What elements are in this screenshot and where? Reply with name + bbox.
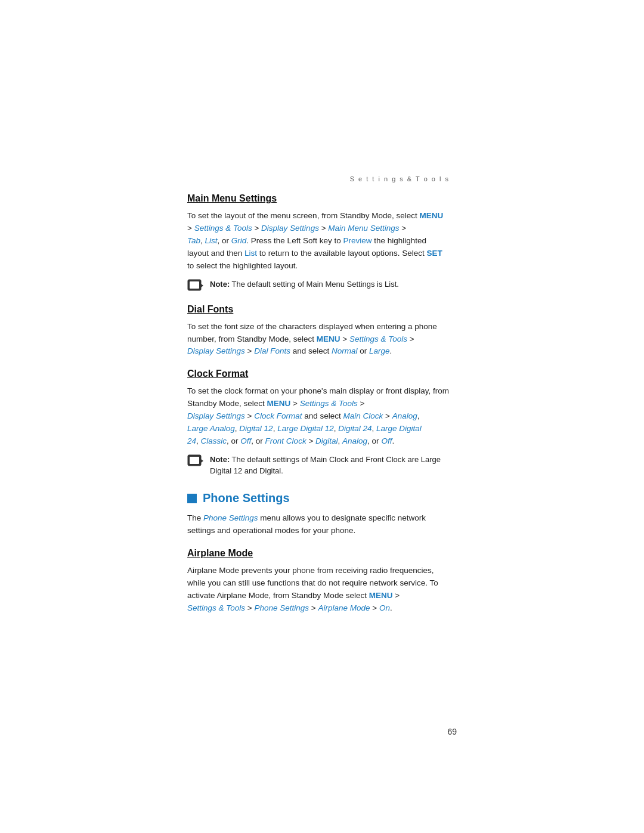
text-static: > bbox=[245, 346, 254, 355]
settings-tools-link-3[interactable]: Settings & Tools bbox=[300, 399, 358, 408]
note-icon-2 bbox=[187, 454, 204, 469]
text-static: > bbox=[309, 603, 318, 612]
digital12-link[interactable]: Digital 12 bbox=[239, 424, 273, 433]
phone-settings-link-2[interactable]: Phone Settings bbox=[254, 603, 309, 612]
off-link-2[interactable]: Off bbox=[381, 436, 392, 445]
main-menu-note-text: Note: The default setting of Main Menu S… bbox=[210, 278, 399, 290]
text-static: and select bbox=[302, 411, 343, 420]
text-static: , bbox=[417, 411, 420, 420]
dial-fonts-title: Dial Fonts bbox=[187, 304, 450, 315]
large-digital12-link[interactable]: Large Digital 12 bbox=[277, 424, 334, 433]
text-static: . bbox=[392, 436, 394, 445]
page-number: 69 bbox=[447, 727, 457, 736]
svg-rect-1 bbox=[190, 281, 199, 289]
airplane-mode-section: Airplane Mode Airplane Mode prevents you… bbox=[187, 548, 450, 615]
settings-tools-link-4[interactable]: Settings & Tools bbox=[187, 603, 245, 612]
display-settings-link-1[interactable]: Display Settings bbox=[261, 224, 319, 233]
text-static: > bbox=[187, 224, 194, 233]
phone-settings-body: The Phone Settings menu allows you to de… bbox=[187, 512, 450, 537]
dial-fonts-section: Dial Fonts To set the font size of the c… bbox=[187, 304, 450, 358]
text-static: To set the layout of the menu screen, fr… bbox=[187, 211, 419, 220]
text-static: > bbox=[370, 603, 379, 612]
svg-rect-4 bbox=[190, 457, 199, 464]
content-area: S e t t i n g s & T o o l s Main Menu Se… bbox=[187, 175, 450, 625]
clock-format-title: Clock Format bbox=[187, 368, 450, 379]
menu-link-3[interactable]: MENU bbox=[267, 399, 291, 408]
display-settings-link-2[interactable]: Display Settings bbox=[187, 346, 245, 355]
text-static: > bbox=[252, 224, 261, 233]
svg-marker-5 bbox=[201, 459, 203, 463]
text-static: , bbox=[200, 236, 205, 245]
large-link[interactable]: Large bbox=[369, 346, 390, 355]
text-static: . Press the Left Soft key to bbox=[246, 236, 343, 245]
tab-link[interactable]: Tab bbox=[187, 236, 200, 245]
digital-link[interactable]: Digital bbox=[315, 436, 338, 445]
text-static: > bbox=[319, 224, 328, 233]
text-static: , or bbox=[218, 236, 231, 245]
svg-marker-2 bbox=[201, 284, 203, 287]
main-clock-link[interactable]: Main Clock bbox=[343, 411, 383, 420]
text-static: > bbox=[245, 411, 254, 420]
list-link-1[interactable]: List bbox=[205, 236, 218, 245]
front-clock-link[interactable]: Front Clock bbox=[265, 436, 306, 445]
blue-square-icon bbox=[187, 494, 197, 503]
clock-format-section: Clock Format To set the clock format on … bbox=[187, 368, 450, 477]
main-menu-settings-title: Main Menu Settings bbox=[187, 193, 450, 204]
text-static: to select the highlighted layout. bbox=[187, 261, 298, 270]
text-static: and select bbox=[290, 346, 332, 355]
grid-link[interactable]: Grid bbox=[231, 236, 247, 245]
text-static: > bbox=[358, 399, 365, 408]
text-static: to return to the available layout option… bbox=[257, 249, 426, 258]
clock-format-note-box: Note: The default settings of Main Clock… bbox=[187, 454, 450, 477]
text-static: The bbox=[187, 513, 203, 522]
text-static: Airplane Mode prevents your phone from r… bbox=[187, 566, 438, 600]
dial-fonts-body: To set the font size of the characters d… bbox=[187, 321, 450, 358]
classic-link[interactable]: Classic bbox=[201, 436, 227, 445]
page-container: S e t t i n g s & T o o l s Main Menu Se… bbox=[0, 0, 644, 833]
main-menu-link[interactable]: Main Menu Settings bbox=[328, 224, 399, 233]
menu-link-4[interactable]: MENU bbox=[369, 591, 393, 600]
text-static: or bbox=[358, 346, 370, 355]
clock-format-body: To set the clock format on your phone's … bbox=[187, 385, 450, 448]
digital24-link[interactable]: Digital 24 bbox=[338, 424, 371, 433]
text-static: > bbox=[407, 335, 414, 343]
text-static: , bbox=[338, 436, 343, 445]
dial-fonts-link[interactable]: Dial Fonts bbox=[254, 346, 290, 355]
normal-link[interactable]: Normal bbox=[332, 346, 358, 355]
display-settings-link-3[interactable]: Display Settings bbox=[187, 411, 245, 420]
settings-tools-link-2[interactable]: Settings & Tools bbox=[349, 335, 407, 343]
airplane-mode-link[interactable]: Airplane Mode bbox=[318, 603, 370, 612]
set-link[interactable]: SET bbox=[427, 249, 442, 258]
large-analog-link[interactable]: Large Analog bbox=[187, 424, 235, 433]
phone-settings-title: Phone Settings bbox=[203, 491, 290, 505]
text-static: > bbox=[392, 591, 400, 600]
text-static: . bbox=[390, 346, 392, 355]
text-static: > bbox=[340, 335, 349, 343]
text-static: > bbox=[306, 436, 315, 445]
note-icon-1 bbox=[187, 279, 204, 293]
main-menu-settings-body: To set the layout of the menu screen, fr… bbox=[187, 210, 450, 272]
phone-settings-link[interactable]: Phone Settings bbox=[203, 513, 258, 522]
settings-tools-link-1[interactable]: Settings & Tools bbox=[194, 224, 252, 233]
text-static: > bbox=[245, 603, 254, 612]
text-static: > bbox=[400, 224, 407, 233]
header-label: S e t t i n g s & T o o l s bbox=[187, 175, 450, 182]
menu-link-2[interactable]: MENU bbox=[317, 335, 340, 343]
menu-link-1[interactable]: MENU bbox=[419, 211, 443, 220]
clock-format-link[interactable]: Clock Format bbox=[254, 411, 302, 420]
on-link[interactable]: On bbox=[379, 603, 390, 612]
analog-link-1[interactable]: Analog bbox=[392, 411, 417, 420]
phone-settings-header: Phone Settings bbox=[187, 491, 450, 505]
airplane-mode-title: Airplane Mode bbox=[187, 548, 450, 559]
airplane-mode-body: Airplane Mode prevents your phone from r… bbox=[187, 565, 450, 615]
text-static: > bbox=[290, 399, 299, 408]
list-link-2[interactable]: List bbox=[244, 249, 257, 258]
preview-link[interactable]: Preview bbox=[343, 236, 371, 245]
text-static: , bbox=[196, 436, 201, 445]
text-static: , bbox=[372, 424, 377, 433]
text-static: , or bbox=[251, 436, 265, 445]
analog-link-2[interactable]: Analog bbox=[342, 436, 367, 445]
clock-format-note-text: Note: The default settings of Main Clock… bbox=[210, 454, 450, 477]
off-link-1[interactable]: Off bbox=[240, 436, 251, 445]
text-static: , or bbox=[367, 436, 381, 445]
